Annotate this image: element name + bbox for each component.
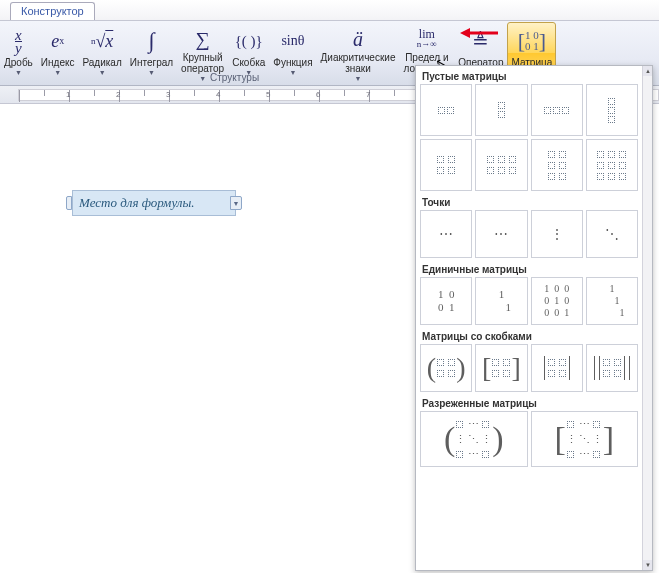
chevron-down-icon: ▼ bbox=[99, 69, 106, 77]
chevron-down-icon: ▼ bbox=[148, 69, 155, 77]
chevron-down-icon: ▼ bbox=[199, 75, 206, 83]
integral-icon: ∫ bbox=[148, 25, 154, 57]
label: Функция bbox=[273, 57, 312, 68]
operator-icon: ≜ bbox=[472, 25, 489, 57]
matrix-1x3[interactable] bbox=[531, 84, 583, 136]
identity-2x2[interactable]: 1 0 0 1 bbox=[420, 277, 472, 325]
sum-icon: ∑ bbox=[196, 25, 210, 52]
matrix-1x2[interactable] bbox=[420, 84, 472, 136]
tab-constructor[interactable]: Конструктор bbox=[10, 2, 95, 20]
equation-placeholder-text: Место для формулы. bbox=[79, 195, 195, 211]
sparse-brackets[interactable]: [ ⋯ ⋮⋱⋮ ⋯ ] bbox=[531, 411, 639, 467]
matrix-2x1[interactable] bbox=[475, 84, 527, 136]
accent-button[interactable]: ä Диакритическиезнаки▼ bbox=[317, 22, 400, 84]
matrix-icon: [1 00 1] bbox=[518, 25, 546, 57]
matrix-2x3[interactable] bbox=[475, 139, 527, 191]
label: Индекс bbox=[41, 57, 75, 68]
section-sparse: Разреженные матрицы bbox=[420, 395, 638, 411]
identity-3x3[interactable]: 1 0 0 0 1 0 0 0 1 bbox=[531, 277, 583, 325]
gallery-scrollbar[interactable]: ▲ ▼ bbox=[642, 66, 652, 570]
equation-options-button[interactable]: ▼ bbox=[230, 196, 242, 210]
label: Дробь bbox=[4, 57, 33, 68]
dots-vertical[interactable] bbox=[531, 210, 583, 258]
matrix-parentheses[interactable]: () bbox=[420, 344, 472, 392]
label: Диакритические bbox=[321, 52, 396, 63]
integral-button[interactable]: ∫ Интеграл▼ bbox=[126, 22, 177, 84]
matrix-vbars[interactable] bbox=[531, 344, 583, 392]
limit-icon: limn→∞ bbox=[417, 25, 437, 52]
script-icon: ex bbox=[51, 25, 64, 57]
radical-icon: n√x bbox=[91, 25, 113, 57]
equation-handle[interactable] bbox=[66, 196, 72, 210]
label: Крупный bbox=[183, 52, 223, 63]
label: Предел и bbox=[405, 52, 448, 63]
identity-2x2-diag[interactable]: 1 1 bbox=[475, 277, 527, 325]
fraction-icon: xy bbox=[15, 25, 22, 57]
ribbon-group-label: Структуры bbox=[210, 72, 259, 83]
matrix-double-vbars[interactable] bbox=[586, 344, 638, 392]
label: Скобка bbox=[232, 57, 265, 68]
chevron-down-icon: ▼ bbox=[54, 69, 61, 77]
chevron-down-icon: ▼ bbox=[15, 69, 22, 77]
matrix-2x2[interactable] bbox=[420, 139, 472, 191]
matrix-brackets[interactable] bbox=[475, 344, 527, 392]
section-brackets: Матрицы со скобками bbox=[420, 328, 638, 344]
accent-icon: ä bbox=[353, 25, 363, 52]
chevron-down-icon: ▼ bbox=[355, 75, 362, 83]
dots-diagonal[interactable] bbox=[586, 210, 638, 258]
scroll-down-button[interactable]: ▼ bbox=[643, 560, 653, 570]
dots-baseline[interactable] bbox=[420, 210, 472, 258]
dots-midline[interactable] bbox=[475, 210, 527, 258]
matrix-3x2[interactable] bbox=[531, 139, 583, 191]
function-icon: sinθ bbox=[281, 25, 304, 57]
section-identity: Единичные матрицы bbox=[420, 261, 638, 277]
matrix-gallery: ▲ ▼ Пустые матрицы Точки Единичные матри… bbox=[415, 65, 653, 571]
section-dots: Точки bbox=[420, 194, 638, 210]
fraction-button[interactable]: xy Дробь▼ bbox=[0, 22, 37, 84]
equation-box[interactable]: Место для формулы. ▼ bbox=[72, 190, 236, 216]
scroll-up-button[interactable]: ▲ bbox=[643, 66, 653, 76]
radical-button[interactable]: n√x Радикал▼ bbox=[78, 22, 125, 84]
label: Радикал bbox=[82, 57, 121, 68]
matrix-3x3[interactable] bbox=[586, 139, 638, 191]
script-button[interactable]: ex Индекс▼ bbox=[37, 22, 79, 84]
bracket-icon: {( )} bbox=[235, 25, 263, 57]
section-empty-matrices: Пустые матрицы bbox=[420, 68, 638, 84]
label: знаки bbox=[345, 63, 371, 74]
function-button[interactable]: sinθ Функция▼ bbox=[269, 22, 316, 84]
matrix-3x1[interactable] bbox=[586, 84, 638, 136]
chevron-down-icon: ▼ bbox=[289, 69, 296, 77]
sparse-parentheses[interactable]: ( ⋯ ⋮⋱⋮ ⋯ ) bbox=[420, 411, 528, 467]
identity-3x3-diag[interactable]: 1 1 1 bbox=[586, 277, 638, 325]
label: Интеграл bbox=[130, 57, 173, 68]
